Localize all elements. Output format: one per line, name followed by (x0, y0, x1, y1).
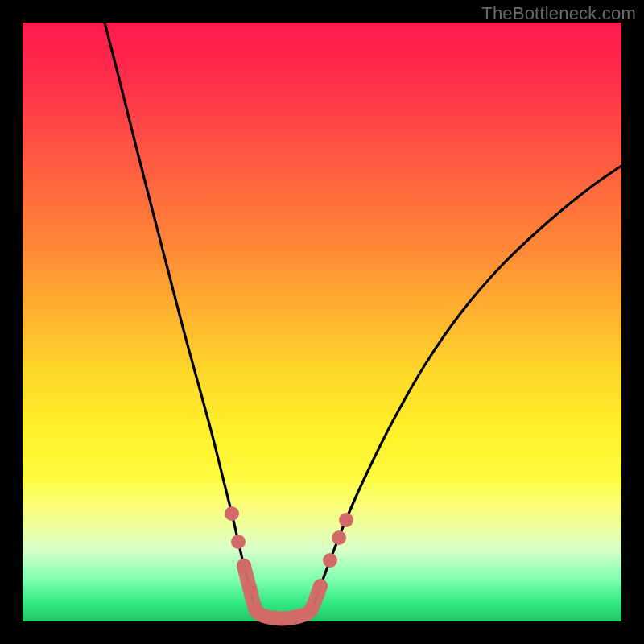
marker-dot (313, 579, 328, 593)
plot-area (23, 23, 621, 621)
marker-dot (225, 506, 239, 521)
marker-dot (231, 535, 246, 549)
outer-frame: TheBottleneck.com (0, 0, 644, 644)
marker-dot (332, 530, 346, 545)
marker-dot (242, 580, 257, 595)
curve-svg (23, 23, 621, 621)
watermark-text: TheBottleneck.com (481, 3, 636, 24)
marker-dot (339, 513, 353, 527)
marker-dot (281, 611, 295, 625)
marker-dot (303, 603, 318, 617)
marker-dot (323, 553, 337, 568)
marker-dot (237, 559, 251, 573)
bottleneck-curve (105, 23, 621, 618)
marker-dot (257, 609, 271, 623)
